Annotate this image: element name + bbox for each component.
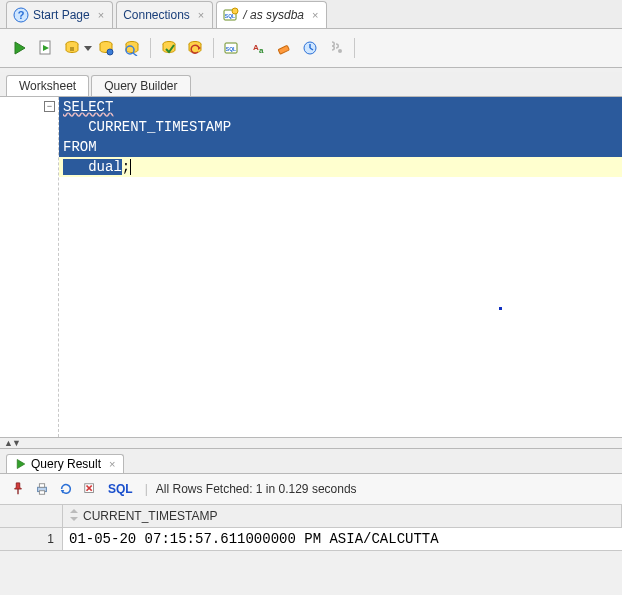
worksheet-icon: SQL xyxy=(223,7,239,23)
code-area[interactable]: SELECT CURRENT_TIMESTAMP FROM dual; xyxy=(59,97,622,437)
tab-label: / as sysdba xyxy=(243,8,304,22)
close-icon[interactable]: × xyxy=(98,10,104,21)
sql-history-button[interactable] xyxy=(298,36,322,60)
svg-marker-27 xyxy=(17,460,25,469)
toolbar-separator xyxy=(150,38,151,58)
column-label: CURRENT_TIMESTAMP xyxy=(83,509,217,523)
refresh-button[interactable] xyxy=(56,479,76,499)
document-tabs: ? Start Page × Connections × SQL / as sy… xyxy=(0,0,622,29)
close-icon[interactable]: × xyxy=(198,10,204,21)
code-line: FROM xyxy=(59,137,622,157)
fold-toggle-icon[interactable]: − xyxy=(44,101,55,112)
svg-rect-22 xyxy=(278,45,289,54)
sql-editor[interactable]: − SELECT CURRENT_TIMESTAMP FROM dual; xyxy=(0,97,622,438)
rownum-header xyxy=(0,505,63,527)
editor-gutter: − xyxy=(0,97,59,437)
code-line: dual xyxy=(63,159,122,175)
tab-session[interactable]: SQL / as sysdba × xyxy=(216,1,327,28)
to-upper-lower-button[interactable]: Aa xyxy=(246,36,270,60)
marker-icon xyxy=(499,307,502,310)
sql-link[interactable]: SQL xyxy=(108,482,133,496)
result-toolbar: SQL | All Rows Fetched: 1 in 0.129 secon… xyxy=(0,474,622,505)
svg-point-11 xyxy=(107,49,113,55)
tab-label: Query Result xyxy=(31,457,101,471)
tab-query-builder[interactable]: Query Builder xyxy=(91,75,190,96)
result-tabs: Query Result × xyxy=(0,448,622,474)
pin-button[interactable] xyxy=(8,479,28,499)
text-caret xyxy=(130,159,131,175)
commit-button[interactable] xyxy=(157,36,181,60)
code-line: SELECT xyxy=(63,99,113,115)
sql-tuning-button[interactable] xyxy=(120,36,144,60)
snippet-button[interactable] xyxy=(324,36,348,60)
code-line: CURRENT_TIMESTAMP xyxy=(59,117,622,137)
tab-worksheet[interactable]: Worksheet xyxy=(6,75,89,96)
table-row[interactable]: 1 01-05-20 07:15:57.611000000 PM ASIA/CA… xyxy=(0,528,622,551)
cell-value[interactable]: 01-05-20 07:15:57.611000000 PM ASIA/CALC… xyxy=(63,528,622,550)
code-line: ; xyxy=(122,159,130,175)
run-button[interactable] xyxy=(8,36,32,60)
splitter-handle[interactable]: ▲▼ xyxy=(0,438,622,448)
close-icon[interactable]: × xyxy=(109,458,115,470)
clear-button[interactable] xyxy=(272,36,296,60)
toolbar-separator: | xyxy=(145,482,148,496)
svg-marker-37 xyxy=(70,517,78,521)
rollback-button[interactable] xyxy=(183,36,207,60)
unshared-worksheet-button[interactable]: SQL xyxy=(220,36,244,60)
tab-label: Connections xyxy=(123,8,190,22)
autotrace-button[interactable] xyxy=(94,36,118,60)
play-icon xyxy=(15,458,27,470)
svg-marker-36 xyxy=(70,509,78,513)
run-script-button[interactable] xyxy=(34,36,58,60)
column-header[interactable]: CURRENT_TIMESTAMP xyxy=(63,505,622,527)
tab-query-result[interactable]: Query Result × xyxy=(6,454,124,473)
grid-header-row: CURRENT_TIMESTAMP xyxy=(0,505,622,528)
tab-label: Start Page xyxy=(33,8,90,22)
sort-icon[interactable] xyxy=(69,509,79,523)
row-number: 1 xyxy=(0,528,63,550)
explain-plan-button[interactable] xyxy=(60,36,84,60)
worksheet-toolbar: SQL Aa xyxy=(0,29,622,68)
svg-text:SQL: SQL xyxy=(226,46,236,52)
close-icon[interactable]: × xyxy=(312,10,318,21)
toolbar-separator xyxy=(354,38,355,58)
tab-start-page[interactable]: ? Start Page × xyxy=(6,1,113,28)
toolbar-separator xyxy=(213,38,214,58)
delete-button[interactable] xyxy=(80,479,100,499)
help-icon: ? xyxy=(13,7,29,23)
dropdown-icon[interactable] xyxy=(84,36,92,60)
svg-line-14 xyxy=(133,53,137,56)
svg-point-26 xyxy=(338,49,342,53)
result-grid: CURRENT_TIMESTAMP 1 01-05-20 07:15:57.61… xyxy=(0,505,622,551)
print-button[interactable] xyxy=(32,479,52,499)
status-text: All Rows Fetched: 1 in 0.129 seconds xyxy=(156,482,357,496)
svg-marker-5 xyxy=(15,42,25,54)
worksheet-subtabs: Worksheet Query Builder xyxy=(0,72,622,97)
svg-point-4 xyxy=(232,8,238,14)
svg-text:a: a xyxy=(259,46,264,55)
svg-rect-31 xyxy=(39,491,44,495)
svg-text:?: ? xyxy=(18,9,25,21)
tab-connections[interactable]: Connections × xyxy=(116,1,213,28)
svg-marker-9 xyxy=(84,46,92,51)
svg-rect-30 xyxy=(39,484,44,488)
